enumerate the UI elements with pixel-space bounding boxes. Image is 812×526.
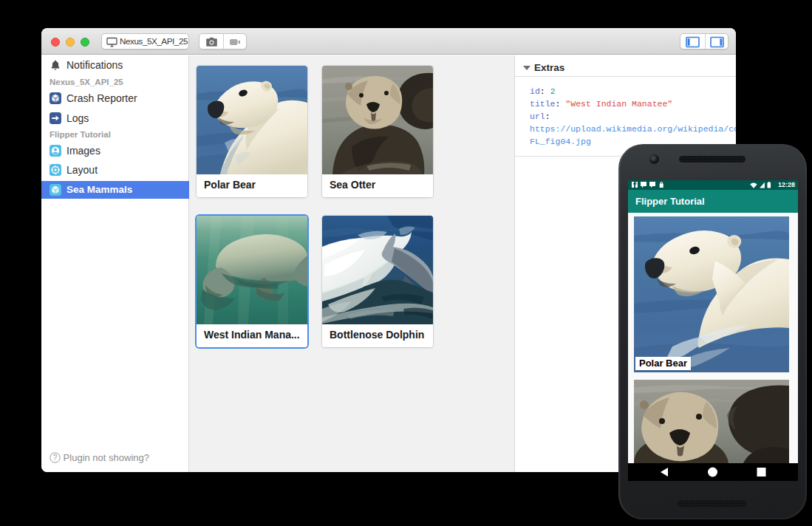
svg-text:?: ? — [53, 454, 58, 462]
